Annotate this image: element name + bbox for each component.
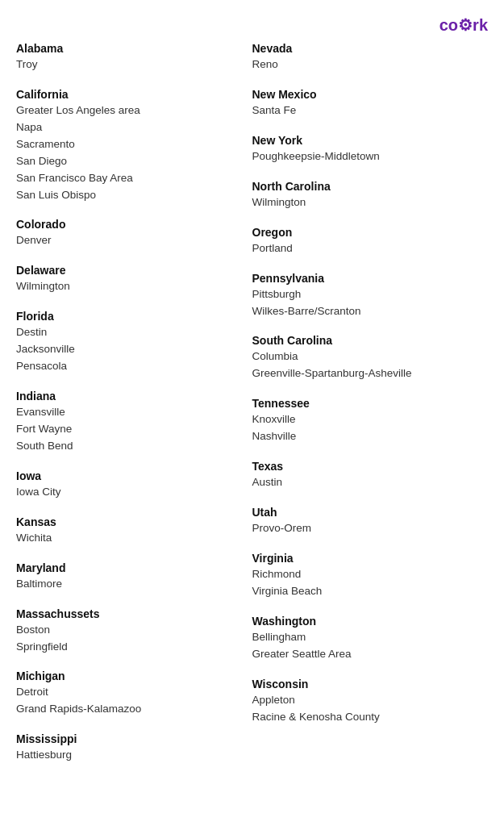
logo-cowork-text: co — [439, 17, 458, 33]
city-name: Nashville — [252, 428, 481, 445]
city-name: Pensacola — [16, 358, 244, 375]
city-name: Poughkeepsie-Middletown — [252, 148, 481, 165]
state-name: Colorado — [16, 218, 244, 231]
city-name: Columbia — [252, 348, 481, 365]
city-name: Denver — [16, 232, 244, 249]
city-name: Wilkes-Barre/Scranton — [252, 303, 481, 320]
state-section: MarylandBaltimore — [16, 561, 244, 593]
state-section: WisconsinAppletonRacine & Kenosha County — [252, 678, 481, 726]
state-name: Texas — [252, 460, 481, 473]
state-name: Tennessee — [252, 397, 481, 410]
state-section: OregonPortland — [252, 226, 481, 257]
state-name: New York — [252, 134, 481, 147]
city-name: Austin — [252, 474, 481, 491]
city-name: Greenville-Spartanburg-Asheville — [252, 365, 481, 382]
state-name: Utah — [252, 506, 481, 519]
state-name: Washington — [252, 615, 481, 628]
state-section: New MexicoSanta Fe — [252, 88, 481, 119]
state-name: North Carolina — [252, 180, 481, 193]
city-name: Reno — [252, 56, 481, 73]
state-section: FloridaDestinJacksonvillePensacola — [16, 310, 244, 375]
state-name: Nevada — [252, 42, 481, 55]
city-name: Jacksonville — [16, 341, 244, 358]
state-section: MississippiHattiesburg — [16, 732, 244, 764]
city-name: Knoxville — [252, 411, 481, 428]
city-name: San Luis Obispo — [16, 187, 244, 204]
state-section: KansasWichita — [16, 515, 244, 547]
city-name: Napa — [16, 119, 244, 136]
city-name: Evansville — [16, 404, 244, 421]
state-name: Maryland — [16, 561, 244, 574]
state-section: DelawareWilmington — [16, 264, 244, 295]
city-name: Detroit — [16, 684, 244, 701]
city-name: Appleton — [252, 692, 481, 709]
state-section: CaliforniaGreater Los Angeles areaNapaSa… — [16, 88, 244, 204]
city-name: Destin — [16, 324, 244, 341]
state-section: PennsylvaniaPittsburghWilkes-Barre/Scran… — [252, 272, 481, 320]
state-name: Oregon — [252, 226, 481, 239]
city-name: Hattiesburg — [16, 747, 244, 764]
state-section: New YorkPoughkeepsie-Middletown — [252, 134, 481, 165]
city-name: Sacramento — [16, 136, 244, 153]
state-name: New Mexico — [252, 88, 481, 101]
city-name: Bellingham — [252, 629, 481, 646]
city-name: Wilmington — [252, 194, 481, 211]
city-name: San Diego — [16, 153, 244, 170]
state-section: MassachussetsBostonSpringfield — [16, 607, 244, 656]
state-section: TennesseeKnoxvilleNashville — [252, 397, 481, 445]
city-name: Wichita — [16, 530, 244, 547]
city-name: Baltimore — [16, 576, 244, 593]
city-name: Fort Wayne — [16, 421, 244, 438]
city-name: Racine & Kenosha County — [252, 709, 481, 726]
state-name: Virginia — [252, 552, 481, 565]
city-name: Provo-Orem — [252, 520, 481, 537]
logo-gear-icon: ⚙ — [458, 16, 473, 34]
state-section: UtahProvo-Orem — [252, 506, 481, 537]
state-section: AlabamaTroy — [16, 42, 244, 73]
state-section: TexasAustin — [252, 460, 481, 491]
city-name: Iowa City — [16, 484, 244, 501]
city-name: South Bend — [16, 438, 244, 455]
state-name: Indiana — [16, 390, 244, 403]
right-column: NevadaRenoNew MexicoSanta FeNew YorkPoug… — [252, 42, 489, 778]
state-name: Florida — [16, 310, 244, 323]
logo: co ⚙ rk — [439, 16, 488, 34]
state-section: VirginiaRichmondVirginia Beach — [252, 552, 481, 600]
city-name: Virginia Beach — [252, 583, 481, 600]
state-section: NevadaReno — [252, 42, 481, 73]
state-section: IndianaEvansvilleFort WayneSouth Bend — [16, 390, 244, 455]
city-name: Wilmington — [16, 278, 244, 295]
state-name: Delaware — [16, 264, 244, 277]
city-name: Greater Seattle Area — [252, 646, 481, 663]
city-name: Santa Fe — [252, 102, 481, 119]
state-section: WashingtonBellinghamGreater Seattle Area — [252, 615, 481, 663]
city-name: Richmond — [252, 566, 481, 583]
city-name: Portland — [252, 240, 481, 257]
city-name: Troy — [16, 56, 244, 73]
state-section: IowaIowa City — [16, 469, 244, 501]
state-name: Massachussets — [16, 607, 244, 620]
city-name: Springfield — [16, 639, 244, 656]
city-name: Greater Los Angeles area — [16, 102, 244, 119]
state-name: Wisconsin — [252, 678, 481, 690]
city-name: Grand Rapids-Kalamazoo — [16, 701, 244, 718]
city-name: Boston — [16, 622, 244, 639]
state-name: California — [16, 88, 244, 101]
state-section: North CarolinaWilmington — [252, 180, 481, 211]
city-name: San Francisco Bay Area — [16, 170, 244, 187]
state-section: MichiganDetroitGrand Rapids-Kalamazoo — [16, 670, 244, 718]
main-content: AlabamaTroyCaliforniaGreater Los Angeles… — [16, 42, 488, 778]
state-name: Alabama — [16, 42, 244, 55]
logo-cowork-text2: rk — [473, 17, 488, 33]
left-column: AlabamaTroyCaliforniaGreater Los Angeles… — [16, 42, 252, 778]
state-name: Pennsylvania — [252, 272, 481, 285]
state-name: Iowa — [16, 469, 244, 482]
state-section: ColoradoDenver — [16, 218, 244, 249]
header: co ⚙ rk — [16, 16, 488, 34]
state-section: South CarolinaColumbiaGreenville-Spartan… — [252, 334, 481, 382]
city-name: Pittsburgh — [252, 286, 481, 303]
state-name: Michigan — [16, 670, 244, 682]
state-name: Kansas — [16, 515, 244, 528]
state-name: Mississippi — [16, 732, 244, 745]
state-name: South Carolina — [252, 334, 481, 347]
